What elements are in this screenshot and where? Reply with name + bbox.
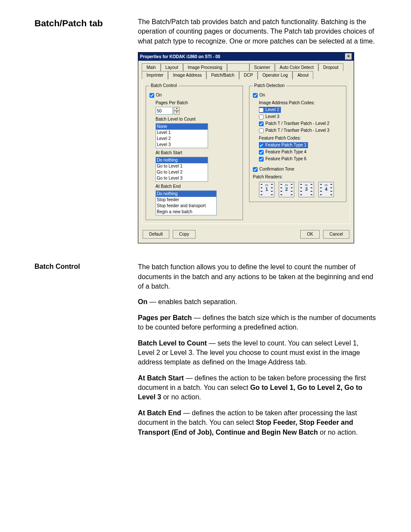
batch-on-label: On bbox=[156, 92, 162, 98]
tab-scanner[interactable]: Scanner bbox=[249, 63, 275, 71]
list-item[interactable]: Go to Level 2 bbox=[156, 169, 208, 175]
list-item: Feature Patch Type 1 bbox=[265, 142, 306, 148]
copy-button[interactable]: Copy bbox=[173, 230, 196, 239]
list-item[interactable]: Go to Level 3 bbox=[156, 175, 208, 181]
close-icon[interactable]: × bbox=[345, 53, 352, 60]
at-batch-start-label: At Batch Start bbox=[156, 150, 239, 156]
ok-button[interactable]: OK bbox=[300, 230, 319, 239]
list-item[interactable]: Begin a new batch bbox=[156, 209, 216, 215]
patch-on-checkbox[interactable] bbox=[253, 93, 258, 98]
list-item[interactable]: Go to Level 1 bbox=[156, 163, 208, 169]
list-item[interactable]: Level 3 bbox=[156, 142, 208, 148]
at-batch-end-listbox[interactable]: Do nothing Stop feeder Stop feeder and t… bbox=[156, 190, 217, 215]
image-address-patch-label: Image Address Patch Codes: bbox=[259, 100, 342, 106]
batch-level-label: Batch Level to Count bbox=[156, 116, 239, 122]
list-item: Feature Patch Type 6 bbox=[265, 156, 306, 162]
at-batch-start-listbox[interactable]: Do nothing Go to Level 1 Go to Level 2 G… bbox=[156, 157, 208, 182]
patch-detection-group: Patch Detection On Image Address Patch C… bbox=[249, 83, 346, 202]
list-item: Patch T / Tranfser Patch - Level 2 bbox=[265, 121, 330, 127]
tab-auto-color[interactable]: Auto Color Detect bbox=[275, 63, 318, 71]
list-item[interactable]: Stop feeder and transport bbox=[156, 203, 216, 209]
batch-level-desc: Batch Level to Count — sets the level to… bbox=[138, 339, 377, 367]
level3-checkbox[interactable] bbox=[259, 115, 264, 119]
patch-reader-2[interactable]: PR2 bbox=[279, 182, 294, 197]
list-item[interactable]: Level 2 bbox=[156, 136, 208, 142]
tab-image-processing[interactable]: Image Processing bbox=[183, 63, 227, 71]
patcht-l2-checkbox[interactable] bbox=[259, 121, 264, 126]
confirmation-tone-checkbox[interactable] bbox=[253, 167, 258, 172]
confirmation-tone-label: Confirmation Tone bbox=[259, 166, 294, 172]
tab-spacer bbox=[227, 63, 249, 71]
pages-per-batch-desc: Pages per Batch — defines the batch size… bbox=[138, 313, 377, 333]
tab-dropout[interactable]: Dropout bbox=[318, 63, 343, 71]
pages-per-batch-label: Pages Per Batch bbox=[156, 100, 239, 106]
batch-control-desc: The batch function allows you to define … bbox=[138, 262, 377, 291]
patch-reader-1[interactable]: PR1 bbox=[259, 182, 274, 197]
tab-about[interactable]: About bbox=[293, 71, 313, 79]
on-desc: On — enables batch separation. bbox=[138, 297, 377, 307]
list-item: Patch T / Tranfser Patch - Level 3 bbox=[265, 128, 330, 134]
batch-control-group: Batch Control On Pages Per Batch ▴▾ Batc… bbox=[146, 83, 243, 220]
subsection-heading: Batch Control bbox=[34, 262, 138, 271]
list-item: Level 2 bbox=[265, 107, 279, 113]
tab-dcp[interactable]: DCP bbox=[239, 71, 258, 79]
fpt4-checkbox[interactable] bbox=[259, 150, 264, 155]
dialog-title: Properties for KODAK i1860 on STI - 00 bbox=[140, 54, 220, 60]
at-batch-end-desc: At Batch End — defines the action to be … bbox=[138, 408, 377, 437]
list-item: Level 3 bbox=[265, 114, 279, 120]
patch-on-label: On bbox=[259, 92, 265, 98]
feature-patch-label: Feature Patch Codes: bbox=[259, 135, 342, 141]
batch-on-checkbox[interactable] bbox=[149, 93, 154, 98]
default-button[interactable]: Default bbox=[143, 230, 169, 239]
patch-reader-4[interactable]: PR4 bbox=[318, 182, 334, 197]
list-item[interactable]: Do nothing bbox=[156, 157, 208, 163]
list-item[interactable]: Stop feeder bbox=[156, 197, 216, 203]
patch-readers-label: Patch Readers: bbox=[253, 174, 342, 180]
patch-reader-3[interactable]: PR3 bbox=[299, 182, 314, 197]
list-item[interactable]: Level 1 bbox=[156, 130, 208, 136]
fpt1-checkbox[interactable] bbox=[259, 143, 264, 148]
patcht-l3-checkbox[interactable] bbox=[259, 128, 264, 133]
list-item: Feature Patch Type 4 bbox=[265, 149, 306, 155]
tab-layout[interactable]: Layout bbox=[161, 63, 183, 71]
pages-per-batch-input[interactable] bbox=[156, 107, 173, 115]
properties-dialog: Properties for KODAK i1860 on STI - 00 ×… bbox=[138, 52, 354, 243]
patch-detection-legend: Patch Detection bbox=[253, 83, 286, 89]
section-heading: Batch/Patch tab bbox=[34, 17, 138, 29]
spin-down-icon[interactable]: ▾ bbox=[174, 111, 180, 115]
level2-checkbox[interactable] bbox=[259, 108, 264, 112]
batch-level-listbox[interactable]: None Level 1 Level 2 Level 3 bbox=[156, 123, 208, 148]
spin-up-icon[interactable]: ▴ bbox=[174, 107, 180, 111]
at-batch-start-desc: At Batch Start — defines the action to b… bbox=[138, 373, 377, 402]
fpt6-checkbox[interactable] bbox=[259, 157, 264, 162]
tab-strip: Main Layout Image Processing Scanner Aut… bbox=[138, 61, 354, 79]
at-batch-end-label: At Batch End bbox=[156, 184, 239, 190]
tab-patch-batch[interactable]: Patch/Batch bbox=[206, 71, 239, 79]
batch-control-legend: Batch Control bbox=[149, 83, 178, 89]
tab-image-address[interactable]: Image Address bbox=[168, 71, 206, 79]
tab-operator-log[interactable]: Operator Log bbox=[258, 71, 293, 79]
dialog-titlebar: Properties for KODAK i1860 on STI - 00 × bbox=[138, 53, 354, 61]
tab-main[interactable]: Main bbox=[142, 63, 161, 71]
tab-imprinter[interactable]: Imprinter bbox=[142, 71, 168, 79]
cancel-button[interactable]: Cancel bbox=[323, 230, 349, 239]
list-item[interactable]: Do nothing bbox=[156, 191, 216, 197]
list-item[interactable]: None bbox=[156, 124, 208, 130]
intro-paragraph: The Batch/Patch tab provides batch and p… bbox=[138, 17, 377, 46]
